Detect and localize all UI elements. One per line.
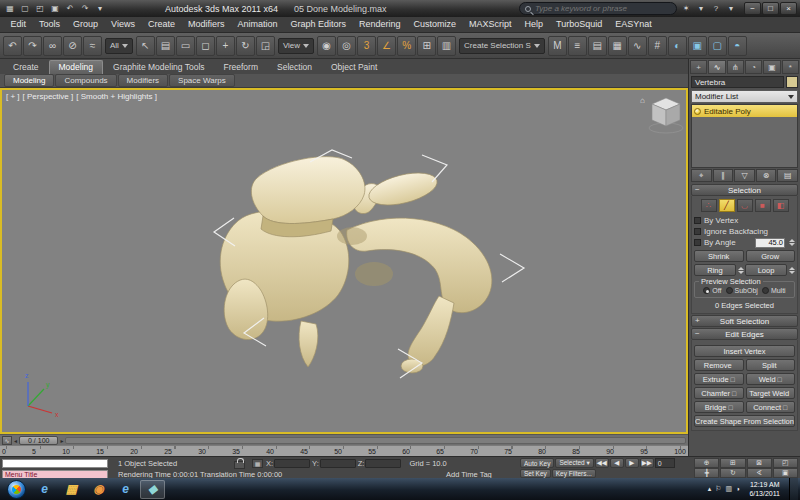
time-slider-thumb[interactable]: 0 / 100 xyxy=(19,436,58,445)
render-setup-icon[interactable]: ▣ xyxy=(688,36,707,56)
track-bar[interactable]: 0510152025303540455055606570758085909510… xyxy=(0,445,688,456)
project-folder-icon[interactable]: ▾ xyxy=(93,2,107,15)
menu-item[interactable]: Help xyxy=(518,17,550,32)
rendered-frame-window-icon[interactable]: ▢ xyxy=(708,36,727,56)
viewport-pov-menu[interactable]: [ Perspective ] xyxy=(23,92,74,101)
hierarchy-panel-tab[interactable]: ⋔ xyxy=(727,60,744,74)
radio-dot[interactable] xyxy=(726,287,733,294)
ribbon-tab[interactable]: Freeform xyxy=(215,61,267,74)
reference-coordinate-dropdown[interactable]: View xyxy=(278,38,314,54)
auto-key-button[interactable]: Auto Key xyxy=(520,458,554,468)
show-end-result-icon[interactable]: ∥ xyxy=(713,169,734,182)
coordinate-field[interactable] xyxy=(365,459,401,468)
new-scene-icon[interactable]: ▢ xyxy=(18,2,32,15)
windows-explorer-icon[interactable]: ▦ xyxy=(59,480,84,499)
display-panel-tab[interactable]: ▣ xyxy=(763,60,780,74)
border-subobject-icon[interactable]: ◡ xyxy=(737,199,753,212)
select-and-link-icon[interactable]: ∞ xyxy=(43,36,62,56)
menu-item[interactable]: Tools xyxy=(33,17,67,32)
create-shape-button[interactable]: Create Shape From Selection xyxy=(694,415,795,427)
material-editor-icon[interactable]: ◐ xyxy=(668,36,687,56)
pin-stack-icon[interactable]: ⌖ xyxy=(691,169,712,182)
favorites-icon[interactable]: ✶ xyxy=(679,2,693,15)
open-file-icon[interactable]: ◰ xyxy=(33,2,47,15)
settings-box-icon[interactable]: □ xyxy=(731,376,735,383)
edit-edges-button[interactable]: Connect □ xyxy=(746,401,796,413)
named-selection-sets-icon[interactable]: ▥ xyxy=(437,36,456,56)
media-player-icon[interactable]: ◉ xyxy=(86,480,111,499)
ribbon-tab[interactable]: Graphite Modeling Tools xyxy=(104,61,214,74)
orbit-icon[interactable]: ↻ xyxy=(720,468,745,478)
menu-item[interactable]: EASYnat xyxy=(609,17,659,32)
internet-explorer-window-icon[interactable]: e xyxy=(113,480,138,499)
modifier-stack[interactable]: Editable Poly xyxy=(691,104,798,168)
ribbon-tab[interactable]: Create xyxy=(4,61,48,74)
angle-value-field[interactable]: 45.0 xyxy=(755,238,785,248)
select-and-scale-icon[interactable]: ◲ xyxy=(256,36,275,56)
perspective-viewport[interactable]: [ + ] [ Perspective ] [ Smooth + Highlig… xyxy=(0,88,688,434)
menu-item[interactable]: Views xyxy=(105,17,142,32)
field-of-view-icon[interactable]: ∢ xyxy=(747,468,772,478)
menu-item[interactable]: Modifiers xyxy=(181,17,231,32)
preview-radio[interactable]: Multi xyxy=(762,287,786,294)
ribbon-subtab[interactable]: Modifiers xyxy=(118,74,168,87)
zoom-region-icon[interactable]: ◰ xyxy=(773,458,798,468)
shrink-button[interactable]: Shrink xyxy=(694,250,744,262)
help-icon[interactable]: ? xyxy=(709,2,723,15)
settings-box-icon[interactable]: □ xyxy=(732,390,736,397)
vertebra-model[interactable] xyxy=(220,157,492,373)
vertex-subobject-icon[interactable]: ∴ xyxy=(701,199,717,212)
menu-item[interactable]: Edit xyxy=(4,17,33,32)
previous-frame-arrow-icon[interactable]: ◂ xyxy=(14,437,17,444)
menu-item[interactable]: Customize xyxy=(407,17,463,32)
checkbox-row[interactable]: By Vertex xyxy=(694,215,795,226)
create-panel-tab[interactable]: + xyxy=(690,60,707,74)
absolute-mode-toggle-icon[interactable]: ▦ xyxy=(252,459,263,468)
select-and-move-icon[interactable]: + xyxy=(216,36,235,56)
ring-button[interactable]: Ring xyxy=(694,264,736,276)
polygon-subobject-icon[interactable]: ■ xyxy=(755,199,771,212)
infocenter-search[interactable] xyxy=(519,2,677,15)
preview-radio[interactable]: Off xyxy=(703,287,721,294)
zoom-icon[interactable]: ⊕ xyxy=(694,458,719,468)
maximize-button[interactable]: □ xyxy=(762,2,779,15)
viewport-shading-menu[interactable]: [ Smooth + Highlights ] xyxy=(76,92,157,101)
by-angle-row[interactable]: By Angle 45.0 xyxy=(694,237,795,248)
viewport-canvas[interactable]: ⌂ x y z xyxy=(2,90,686,432)
ribbon-subtab[interactable]: Compounds xyxy=(55,74,116,87)
object-color-swatch[interactable] xyxy=(786,76,798,88)
menu-item[interactable]: TurboSquid xyxy=(550,17,609,32)
ribbon-tab[interactable]: Selection xyxy=(268,61,321,74)
edit-edges-button[interactable]: Split xyxy=(746,359,796,371)
utilities-panel-tab[interactable]: * xyxy=(782,60,799,74)
configure-modifier-sets-icon[interactable]: ▤ xyxy=(777,169,798,182)
graphite-ribbon-toggle-icon[interactable]: ▦ xyxy=(608,36,627,56)
application-menu-icon[interactable]: ▦ xyxy=(3,2,17,15)
ring-spinner[interactable] xyxy=(738,267,744,274)
align-icon[interactable]: ≡ xyxy=(568,36,587,56)
undo-icon[interactable]: ↶ xyxy=(63,2,77,15)
current-time-field[interactable]: 0 xyxy=(655,458,675,468)
previous-frame-button[interactable]: ◀ xyxy=(610,458,624,468)
visibility-bulb-icon[interactable] xyxy=(694,108,701,115)
ribbon-subtab[interactable]: Space Warps xyxy=(169,74,235,87)
stack-entry-editable-poly[interactable]: Editable Poly xyxy=(692,105,797,117)
settings-box-icon[interactable]: □ xyxy=(778,376,782,383)
viewport-general-menu[interactable]: [ + ] xyxy=(6,92,20,101)
ribbon-subtab[interactable]: Modeling xyxy=(4,74,54,87)
menu-item[interactable]: Rendering xyxy=(353,17,408,32)
modify-panel-tab[interactable]: ∿ xyxy=(708,60,725,74)
menu-item[interactable]: MAXScript xyxy=(463,17,519,32)
close-button[interactable]: × xyxy=(780,2,797,15)
render-production-icon[interactable]: ◓ xyxy=(728,36,747,56)
pan-icon[interactable]: ╋ xyxy=(694,468,719,478)
make-unique-icon[interactable]: ▽ xyxy=(734,169,755,182)
checkbox[interactable] xyxy=(694,217,701,224)
edit-edges-button[interactable]: Chamfer □ xyxy=(694,387,744,399)
viewcube-home-icon[interactable]: ⌂ xyxy=(640,96,645,105)
time-slider-track[interactable] xyxy=(65,437,686,444)
start-button[interactable] xyxy=(7,480,26,499)
zoom-extents-icon[interactable]: ⊠ xyxy=(747,458,772,468)
ribbon-tab[interactable]: Object Paint xyxy=(322,61,386,74)
action-center-icon[interactable]: ⚐ xyxy=(715,485,721,493)
